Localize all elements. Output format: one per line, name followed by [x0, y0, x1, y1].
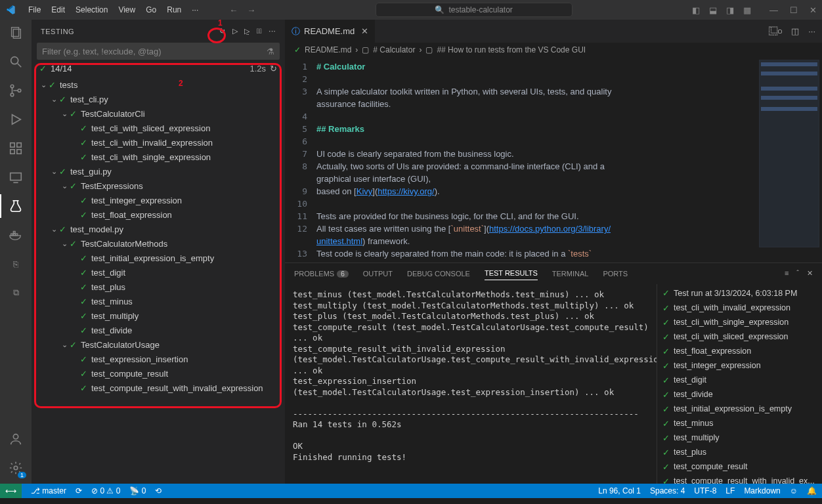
tree-item[interactable]: ✓test_compute_result_with_invalid_expres…: [32, 381, 285, 395]
remote-window-icon[interactable]: ⧉: [8, 285, 24, 301]
test-filter-input[interactable]: Filter (e.g. text, !exclude, @tag) ⚗: [37, 43, 280, 60]
run-debug-icon[interactable]: [8, 112, 24, 127]
tree-item[interactable]: ✓test_expression_insertion: [32, 352, 285, 366]
test-tree[interactable]: ⌄✓tests⌄✓test_cli.py⌄✓TestCalculatorCli✓…: [32, 77, 285, 400]
tree-item[interactable]: ⌄✓TestCalculatorCli: [32, 106, 285, 121]
breadcrumb-1[interactable]: # Calculator: [373, 45, 415, 54]
tree-item[interactable]: ⌄✓test_cli.py: [32, 92, 285, 106]
settings-gear-icon[interactable]: 1: [8, 460, 24, 476]
close-window-icon[interactable]: ✕: [810, 5, 817, 15]
docker-icon[interactable]: [8, 227, 24, 243]
tab-problems[interactable]: PROBLEMS6: [294, 267, 349, 280]
testing-icon[interactable]: [8, 198, 24, 214]
tree-item[interactable]: ✓test_cli_with_sliced_expression: [32, 121, 285, 135]
tree-item[interactable]: ⌄✓TestExpressions: [32, 178, 285, 193]
panel-maximize-icon[interactable]: ˆ: [796, 269, 799, 278]
nav-forward-icon[interactable]: →: [247, 5, 255, 15]
result-item[interactable]: ✓test_plus: [662, 445, 817, 459]
menu-file[interactable]: File: [24, 4, 45, 16]
tree-item[interactable]: ✓test_cli_with_single_expression: [32, 150, 285, 164]
encoding[interactable]: UTF-8: [694, 486, 716, 495]
errors-indicator[interactable]: ⊘ 0 ⚠ 0: [91, 486, 120, 495]
eol[interactable]: LF: [725, 486, 735, 495]
layout-right-icon[interactable]: ◨: [726, 5, 734, 15]
more-icon[interactable]: ···: [269, 27, 276, 35]
split-icon[interactable]: ◫: [791, 26, 799, 36]
test-output[interactable]: test_minus (test_model.TestCalculatorMet…: [285, 284, 657, 484]
cursor-position[interactable]: Ln 96, Col 1: [598, 486, 641, 495]
tree-item[interactable]: ✓test_digit: [32, 265, 285, 280]
extensions-icon[interactable]: [8, 140, 24, 156]
sync-icon[interactable]: ⟳: [76, 486, 82, 495]
debug-all-icon[interactable]: ▷̤: [244, 27, 250, 35]
maximize-icon[interactable]: ☐: [790, 5, 798, 15]
layout-grid-icon[interactable]: ▦: [743, 5, 751, 15]
result-item[interactable]: ✓test_cli_with_sliced_expression: [662, 329, 817, 344]
ports-indicator[interactable]: 📡 0: [129, 486, 146, 495]
tree-item[interactable]: ⌄✓test_gui.py: [32, 164, 285, 178]
tab-terminal[interactable]: TERMINAL: [552, 267, 589, 280]
result-item[interactable]: ✓test_digit: [662, 373, 817, 387]
remote-explorer-icon[interactable]: [8, 169, 24, 185]
panel-close-icon[interactable]: ✕: [807, 269, 813, 278]
tab-test-results[interactable]: TEST RESULTS: [485, 266, 538, 280]
code-area[interactable]: # Calculator A simple calculator toolkit…: [316, 57, 756, 262]
result-item[interactable]: ✓test_integer_expression: [662, 358, 817, 373]
menu-view[interactable]: View: [114, 4, 140, 16]
close-tab-icon[interactable]: ✕: [361, 26, 368, 36]
layout-left-icon[interactable]: ◧: [692, 5, 700, 15]
tree-item[interactable]: ✓test_initial_expression_is_empty: [32, 251, 285, 265]
breadcrumb-0[interactable]: README.md: [305, 45, 351, 54]
panel-filter-icon[interactable]: ≡: [785, 269, 789, 278]
run-all-icon[interactable]: ▷: [232, 27, 238, 35]
result-item[interactable]: ✓test_multiply: [662, 430, 817, 445]
tree-item[interactable]: ⌄✓test_model.py: [32, 222, 285, 236]
result-item[interactable]: ✓test_float_expression: [662, 344, 817, 358]
live-share-icon[interactable]: ⎘: [8, 256, 24, 272]
language-mode[interactable]: Markdown: [744, 486, 780, 495]
result-item[interactable]: ✓test_cli_with_invalid_expression: [662, 301, 817, 315]
tree-item[interactable]: ⌄✓TestCalculatorUsage: [32, 337, 285, 352]
result-item[interactable]: ✓test_compute_result: [662, 459, 817, 474]
result-item[interactable]: ✓test_compute_result_with_invalid_ex...: [662, 474, 817, 484]
result-item[interactable]: ✓test_cli_with_single_expression: [662, 315, 817, 329]
tree-item[interactable]: ✓test_compute_result: [32, 366, 285, 381]
nav-back-icon[interactable]: ←: [229, 5, 238, 15]
tree-item[interactable]: ✓test_integer_expression: [32, 193, 285, 207]
tree-item[interactable]: ✓test_plus: [32, 280, 285, 294]
rerun-icon[interactable]: ↻: [270, 64, 277, 74]
more-tab-icon[interactable]: ···: [808, 26, 815, 36]
filter-icon[interactable]: ⚗: [267, 47, 274, 56]
result-item[interactable]: ✓test_divide: [662, 387, 817, 402]
result-item[interactable]: ✓test_minus: [662, 416, 817, 430]
branch-indicator[interactable]: ⎇ master: [31, 486, 66, 495]
tree-item[interactable]: ⌄✓tests: [32, 77, 285, 92]
source-control-icon[interactable]: [8, 83, 24, 98]
search-icon[interactable]: [8, 54, 24, 70]
layout-bottom-icon[interactable]: ⬓: [709, 5, 717, 15]
test-results-list[interactable]: ✓Test run at 3/13/2024, 6:03:18 PM ✓test…: [657, 284, 822, 484]
tab-ports[interactable]: PORTS: [603, 267, 628, 280]
tree-item[interactable]: ⌄✓TestCalculatorMethods: [32, 236, 285, 251]
tree-item[interactable]: ✓test_minus: [32, 294, 285, 308]
tree-item[interactable]: ✓test_cli_with_invalid_expression: [32, 135, 285, 150]
tree-item[interactable]: ✓test_multiply: [32, 308, 285, 323]
refresh-icon[interactable]: ↻: [219, 27, 226, 35]
tree-item[interactable]: ✓test_float_expression: [32, 207, 285, 222]
breadcrumb-2[interactable]: ## How to run tests from the VS Code GUI: [437, 45, 586, 54]
preview-icon[interactable]: ⿺▢: [769, 26, 782, 36]
remote-indicator[interactable]: ⟷: [0, 484, 22, 498]
show-output-icon[interactable]: ▢⃕: [257, 27, 263, 35]
minimize-icon[interactable]: —: [769, 5, 778, 15]
menu-go[interactable]: Go: [141, 4, 161, 16]
menu-···[interactable]: ···: [187, 4, 203, 16]
notifications-icon[interactable]: 🔔: [807, 486, 817, 495]
tab-readme[interactable]: ⓘ README.md ✕: [285, 20, 376, 43]
account-icon[interactable]: [8, 431, 24, 447]
indentation[interactable]: Spaces: 4: [650, 486, 685, 495]
command-center[interactable]: 🔍 testable-calculator: [376, 3, 573, 17]
result-item[interactable]: ✓test_initial_expression_is_empty: [662, 402, 817, 416]
feedback-icon[interactable]: ☺: [790, 486, 798, 495]
menu-selection[interactable]: Selection: [71, 4, 112, 16]
menu-run[interactable]: Run: [162, 4, 186, 16]
